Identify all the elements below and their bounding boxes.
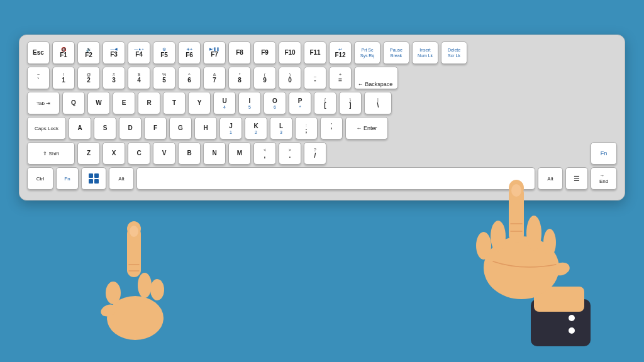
svg-point-11	[569, 315, 575, 321]
key-l[interactable]: L 3	[270, 117, 292, 140]
key-b[interactable]: B	[178, 142, 201, 165]
key-f5[interactable]: ⚙ F5	[153, 41, 175, 64]
key-minus[interactable]: _ -	[304, 67, 326, 89]
svg-point-21	[511, 184, 521, 197]
key-y[interactable]: Y	[188, 92, 211, 114]
key-semicolon[interactable]: : ;	[295, 117, 318, 140]
windows-icon	[89, 173, 99, 184]
key-e[interactable]: E	[113, 92, 135, 114]
key-comma[interactable]: < ,	[253, 142, 276, 165]
key-apostrophe[interactable]: " '	[320, 117, 343, 140]
key-o[interactable]: O 6	[264, 92, 286, 114]
key-n[interactable]: N	[203, 142, 226, 165]
key-1[interactable]: ! 1	[52, 67, 75, 89]
key-i[interactable]: I 5	[238, 92, 261, 114]
key-m[interactable]: M	[228, 142, 251, 165]
key-enter[interactable]: ← Enter	[345, 117, 388, 140]
key-f11[interactable]: F11	[304, 41, 326, 64]
key-delete[interactable]: DeleteScr Lk	[441, 41, 467, 64]
key-period[interactable]: > .	[279, 142, 301, 165]
key-fn-right[interactable]: Fn	[591, 142, 617, 165]
svg-point-1	[106, 282, 121, 304]
key-fn-left[interactable]: Fn	[56, 167, 79, 190]
key-f8[interactable]: F8	[228, 41, 251, 64]
svg-point-22	[526, 216, 541, 251]
key-caps-lock[interactable]: Caps Lock	[27, 117, 66, 140]
svg-point-2	[150, 279, 164, 300]
key-q[interactable]: Q	[62, 92, 85, 114]
svg-point-3	[138, 273, 152, 298]
key-5[interactable]: % 5	[153, 67, 175, 89]
svg-point-12	[569, 327, 575, 334]
key-f9[interactable]: F9	[253, 41, 276, 64]
key-shift-left[interactable]: ⇧ Shift	[27, 142, 75, 165]
qwerty-row: Tab ⇥ Q W E R T Y U 4 I 5 O 6 P *	[27, 92, 617, 114]
key-right-bracket[interactable]: } ]	[339, 92, 362, 114]
key-esc[interactable]: Esc	[27, 41, 50, 64]
svg-point-16	[491, 221, 506, 252]
key-3[interactable]: # 3	[103, 67, 125, 89]
key-f[interactable]: F	[144, 117, 167, 140]
key-f6[interactable]: ☀+ F6	[178, 41, 201, 64]
key-6[interactable]: ^ 6	[178, 67, 201, 89]
key-s[interactable]: S	[94, 117, 116, 140]
key-alt-left[interactable]: Alt	[109, 167, 134, 190]
key-ctrl-left[interactable]: Ctrl	[27, 167, 53, 190]
key-4[interactable]: $ 4	[128, 67, 150, 89]
key-v[interactable]: V	[153, 142, 175, 165]
key-c[interactable]: C	[128, 142, 150, 165]
number-key-row: ~ ` ! 1 @ 2 # 3 $ 4 % 5	[27, 67, 617, 89]
key-f10[interactable]: F10	[279, 41, 301, 64]
key-2[interactable]: @ 2	[77, 67, 100, 89]
key-x[interactable]: X	[103, 142, 125, 165]
key-h[interactable]: H	[194, 117, 217, 140]
key-equals[interactable]: + =	[329, 67, 352, 89]
svg-point-15	[476, 232, 491, 260]
key-backtick[interactable]: ~ `	[27, 67, 50, 89]
key-j[interactable]: J 1	[219, 117, 242, 140]
key-pause[interactable]: PauseBreak	[383, 41, 409, 64]
key-u[interactable]: U 4	[213, 92, 236, 114]
svg-point-8	[130, 226, 138, 237]
key-8[interactable]: * 8	[228, 67, 251, 89]
svg-point-23	[543, 229, 556, 256]
key-a[interactable]: A	[69, 117, 91, 140]
key-f4[interactable]: —▲+ F4	[128, 41, 150, 64]
key-7[interactable]: & 7	[203, 67, 226, 89]
scene: Esc 🔇 F1 🔉 F2 —◀ F3 —▲+ F4 ⚙ F5	[0, 0, 644, 362]
key-insert[interactable]: InsertNum Lk	[412, 41, 438, 64]
key-t[interactable]: T	[163, 92, 186, 114]
key-tab[interactable]: Tab ⇥	[27, 92, 60, 114]
key-p[interactable]: P *	[289, 92, 311, 114]
key-backslash[interactable]: | \	[364, 92, 392, 114]
key-f7[interactable]: ▶/❚❚ F7	[203, 41, 226, 64]
key-prtsc[interactable]: Prt ScSys Rq	[354, 41, 380, 64]
key-f1[interactable]: 🔇 F1	[52, 41, 75, 64]
key-backspace[interactable]: ← Backspace	[354, 67, 398, 89]
function-key-row: Esc 🔇 F1 🔉 F2 —◀ F3 —▲+ F4 ⚙ F5	[27, 41, 617, 64]
key-left-bracket[interactable]: { [	[314, 92, 336, 114]
zxcv-row: ⇧ Shift Z X C V B N M < , > . ? /	[27, 142, 617, 165]
key-slash[interactable]: ? /	[304, 142, 326, 165]
key-9[interactable]: ( 9	[253, 67, 276, 89]
key-f2[interactable]: 🔉 F2	[77, 41, 100, 64]
key-d[interactable]: D	[119, 117, 142, 140]
key-r[interactable]: R	[138, 92, 160, 114]
key-f3[interactable]: —◀ F3	[103, 41, 125, 64]
asdf-row: Caps Lock A S D F G H J 1 K 2 L 3 : ;	[27, 117, 617, 140]
key-g[interactable]: G	[169, 117, 192, 140]
key-k[interactable]: K 2	[245, 117, 267, 140]
right-hand	[468, 173, 606, 349]
key-windows[interactable]	[81, 167, 106, 190]
key-f12[interactable]: ↩ F12	[329, 41, 352, 64]
key-0[interactable]: ) 0	[279, 67, 301, 89]
key-w[interactable]: W	[87, 92, 110, 114]
left-hand	[97, 217, 173, 343]
key-z[interactable]: Z	[77, 142, 100, 165]
